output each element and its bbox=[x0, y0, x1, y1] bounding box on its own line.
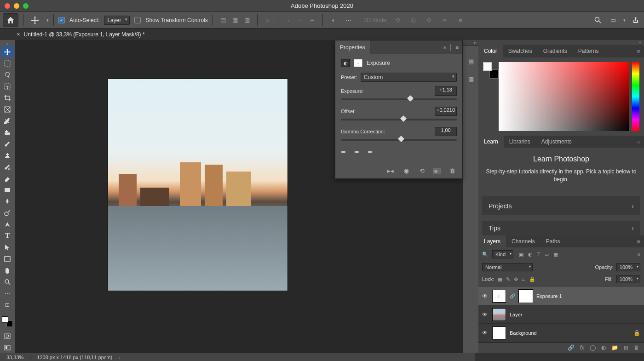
lock-position-icon[interactable]: ✥ bbox=[514, 276, 518, 282]
move-tool-icon[interactable] bbox=[28, 13, 42, 27]
mask-thumb[interactable] bbox=[519, 290, 533, 303]
move-tool[interactable] bbox=[1, 46, 13, 57]
home-button[interactable] bbox=[3, 13, 18, 27]
expand-dock-icon[interactable]: ‹‹ bbox=[463, 40, 478, 46]
brush-tool[interactable] bbox=[1, 138, 13, 149]
fill-input[interactable]: 100% bbox=[616, 275, 640, 283]
blur-tool[interactable] bbox=[1, 196, 13, 206]
exposure-input[interactable]: +1,18 bbox=[435, 86, 457, 96]
layer-row[interactable]: 👁 Layer bbox=[478, 305, 644, 324]
show-transform-checkbox[interactable] bbox=[134, 17, 141, 23]
layer-style-icon[interactable]: fx bbox=[580, 344, 584, 351]
hand-tool[interactable] bbox=[1, 265, 13, 275]
healing-brush-tool[interactable] bbox=[1, 127, 13, 138]
screen-mode-icon[interactable]: ▭ bbox=[608, 15, 619, 26]
zoom-level[interactable]: 33,33% bbox=[6, 355, 23, 360]
tab-color[interactable]: Color bbox=[478, 45, 503, 57]
adjustment-thumb-icon[interactable]: ◐ bbox=[492, 290, 506, 303]
tab-channels[interactable]: Channels bbox=[506, 235, 540, 247]
distribute-icon[interactable]: ≡ bbox=[262, 15, 273, 26]
quick-mask-icon[interactable] bbox=[1, 331, 13, 341]
edit-toolbar-icon[interactable]: ⊡ bbox=[1, 299, 13, 310]
opacity-input[interactable]: 100% bbox=[616, 263, 640, 271]
lock-transparency-icon[interactable]: ▦ bbox=[498, 276, 502, 282]
offset-input[interactable]: +0,0210 bbox=[435, 107, 457, 116]
layer-mask-icon[interactable]: ● bbox=[354, 59, 363, 67]
align-left-icon[interactable]: ▤ bbox=[218, 15, 229, 26]
blend-mode-dropdown[interactable]: Normal bbox=[482, 263, 533, 271]
close-tab-icon[interactable]: × bbox=[17, 31, 20, 38]
window-close-icon[interactable] bbox=[5, 3, 10, 9]
eyedropper-black-icon[interactable]: ✒ bbox=[341, 148, 347, 156]
filter-toggle-icon[interactable]: ○ bbox=[637, 252, 640, 257]
lock-all-icon[interactable]: 🔒 bbox=[529, 276, 535, 282]
color-spectrum[interactable] bbox=[499, 62, 629, 131]
auto-select-dropdown[interactable]: Layer bbox=[104, 16, 130, 25]
tab-gradients[interactable]: Gradients bbox=[538, 45, 573, 57]
exposure-slider[interactable] bbox=[341, 98, 457, 100]
tab-patterns[interactable]: Patterns bbox=[573, 45, 604, 57]
collapse-right-icon[interactable]: ›› bbox=[478, 40, 644, 45]
dodge-tool[interactable] bbox=[1, 207, 13, 218]
eyedropper-gray-icon[interactable]: ✒ bbox=[354, 148, 360, 156]
delete-adjustment-icon[interactable]: 🗑 bbox=[448, 166, 457, 177]
toggle-visibility-icon[interactable]: 👁 bbox=[433, 168, 441, 174]
visibility-toggle-icon[interactable]: 👁 bbox=[482, 293, 489, 299]
clone-stamp-tool[interactable] bbox=[1, 150, 13, 160]
reset-icon[interactable]: ⟲ bbox=[417, 166, 426, 177]
search-icon[interactable] bbox=[592, 15, 603, 26]
color-swatch-pair[interactable] bbox=[2, 316, 13, 327]
document-canvas[interactable] bbox=[108, 79, 288, 291]
more-tools-icon[interactable]: ⋯ bbox=[1, 288, 13, 298]
tab-learn[interactable]: Learn bbox=[478, 136, 504, 148]
window-minimize-icon[interactable] bbox=[14, 3, 19, 9]
align-top-icon[interactable]: ⫟ bbox=[283, 15, 294, 26]
hue-bar[interactable] bbox=[632, 62, 639, 131]
zoom-tool[interactable] bbox=[1, 276, 13, 287]
filter-shape-icon[interactable]: ▱ bbox=[545, 252, 549, 258]
auto-select-checkbox[interactable]: ✓ bbox=[58, 17, 65, 23]
crop-tool[interactable] bbox=[1, 92, 13, 103]
panel-stack-icon[interactable]: │ bbox=[449, 44, 453, 51]
learn-item-tips[interactable]: Tips › bbox=[482, 221, 640, 235]
path-select-tool[interactable] bbox=[1, 242, 13, 252]
share-icon[interactable] bbox=[630, 15, 641, 26]
layer-thumb[interactable] bbox=[492, 327, 506, 339]
tab-adjustments[interactable]: Adjustments bbox=[536, 136, 577, 148]
eyedropper-white-icon[interactable]: ✒ bbox=[368, 148, 374, 156]
frame-tool[interactable] bbox=[1, 104, 13, 115]
layer-thumb[interactable] bbox=[492, 308, 506, 321]
tab-swatches[interactable]: Swatches bbox=[503, 45, 538, 57]
collapse-panel-icon[interactable]: » bbox=[443, 44, 447, 51]
more-options-icon[interactable]: ⋯ bbox=[343, 15, 354, 26]
preset-dropdown[interactable]: Custom bbox=[361, 73, 457, 82]
tab-layers[interactable]: Layers bbox=[478, 235, 506, 247]
tool-preset-chevron-icon[interactable]: ▾ bbox=[46, 18, 49, 23]
document-tab[interactable]: × Untitled-1 @ 33,3% (Exposure 1, Layer … bbox=[17, 31, 145, 38]
properties-tab[interactable]: Properties bbox=[335, 40, 370, 54]
foreground-color-swatch[interactable] bbox=[2, 316, 8, 323]
align-middle-icon[interactable]: ⫠ bbox=[295, 15, 306, 26]
status-chevron-icon[interactable]: › bbox=[119, 355, 121, 360]
layer-name[interactable]: Layer bbox=[510, 312, 523, 317]
history-panel-icon[interactable]: ▤ bbox=[466, 56, 477, 67]
filter-smart-icon[interactable]: ▦ bbox=[553, 252, 558, 258]
pen-tool[interactable] bbox=[1, 219, 13, 229]
gamma-input[interactable]: 1,00 bbox=[435, 127, 457, 136]
object-select-tool[interactable] bbox=[1, 81, 13, 92]
rectangle-tool[interactable] bbox=[1, 253, 13, 264]
align-center-h-icon[interactable]: ▦ bbox=[230, 15, 241, 26]
delete-layer-icon[interactable]: 🗑 bbox=[634, 344, 639, 351]
panel-menu-icon[interactable]: ≡ bbox=[455, 44, 459, 51]
align-right-icon[interactable]: ▥ bbox=[242, 15, 253, 26]
lock-pixels-icon[interactable]: ✎ bbox=[506, 276, 510, 282]
window-zoom-icon[interactable] bbox=[23, 3, 29, 9]
layer-name[interactable]: Background bbox=[510, 330, 537, 336]
type-tool[interactable]: T bbox=[1, 230, 13, 241]
marquee-tool[interactable] bbox=[1, 58, 13, 69]
distribute-v-icon[interactable]: ⫞ bbox=[328, 15, 339, 26]
learn-panel-menu-icon[interactable]: ≡ bbox=[637, 138, 644, 145]
gradient-tool[interactable] bbox=[1, 184, 13, 195]
lasso-tool[interactable] bbox=[1, 69, 13, 80]
info-panel-icon[interactable]: ▦ bbox=[466, 73, 477, 84]
